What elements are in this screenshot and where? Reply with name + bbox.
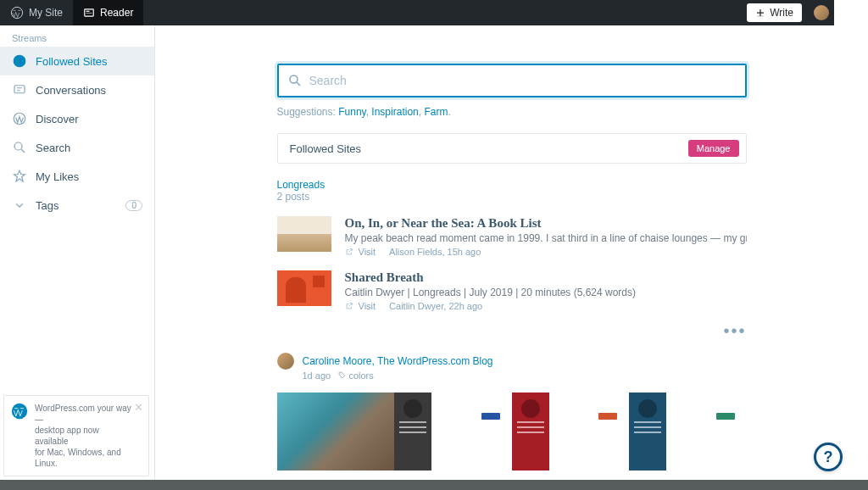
- check-circle-icon: [12, 53, 27, 69]
- sidebar-item-tags[interactable]: Tags 0: [0, 191, 154, 220]
- post-title: Shared Breath: [345, 270, 747, 285]
- close-icon[interactable]: ✕: [134, 401, 143, 415]
- topbar-my-site[interactable]: My Site: [0, 0, 73, 25]
- search-suggestions: Suggestions: Funny, Inspiration, Farm.: [277, 106, 747, 118]
- suggestion-link[interactable]: Farm: [424, 106, 448, 118]
- user-avatar[interactable]: [814, 5, 829, 20]
- post-row[interactable]: On, In, or Near the Sea: A Book List My …: [277, 216, 747, 257]
- my-site-label: My Site: [29, 7, 63, 19]
- star-icon: [12, 169, 27, 184]
- svg-point-0: [11, 7, 22, 18]
- sidebar-item-search[interactable]: Search: [0, 133, 154, 162]
- content-area: Suggestions: Funny, Inspiration, Farm. F…: [155, 25, 868, 490]
- write-icon: [755, 8, 765, 18]
- post-title: On, In, or Near the Sea: A Book List: [345, 216, 747, 231]
- svg-rect-3: [86, 13, 92, 14]
- wordpress-outline-icon: [12, 111, 27, 126]
- search-input[interactable]: [309, 74, 737, 87]
- sidebar-header: Streams: [0, 25, 154, 47]
- tag-icon: [338, 371, 346, 379]
- post-author-time: Caitlin Dwyer, 22h ago: [389, 301, 482, 311]
- author-avatar[interactable]: [277, 353, 294, 370]
- followed-sites-card: Followed Sites Manage: [277, 133, 747, 164]
- sidebar-label: Search: [36, 142, 70, 154]
- svg-point-8: [290, 75, 298, 83]
- svg-point-6: [14, 113, 25, 125]
- blog-post: Caroline Moore, The WordPress.com Blog 1…: [277, 353, 747, 490]
- blog-feature-image: [277, 393, 747, 471]
- blog-tag[interactable]: colors: [348, 370, 373, 381]
- sidebar-label: Followed Sites: [36, 55, 108, 68]
- post-thumbnail: [277, 216, 331, 252]
- sidebar-item-followed[interactable]: Followed Sites: [0, 47, 154, 75]
- post-excerpt: Caitlin Dwyer | Longreads | July 2019 | …: [345, 287, 747, 298]
- bottom-bar: [0, 480, 868, 490]
- svg-point-7: [14, 142, 22, 150]
- manage-button[interactable]: Manage: [688, 140, 739, 157]
- chat-icon: [12, 82, 27, 97]
- topbar: My Site Reader Write: [0, 0, 868, 25]
- desktop-app-promo: WordPress.com your way — desktop app now…: [3, 395, 149, 476]
- svg-rect-2: [86, 11, 90, 12]
- search-icon: [287, 73, 303, 88]
- search-icon: [12, 140, 27, 155]
- post-thumbnail: [277, 270, 331, 306]
- svg-point-9: [341, 373, 342, 374]
- sidebar-label: Discover: [36, 113, 79, 125]
- sidebar-item-discover[interactable]: Discover: [0, 104, 154, 133]
- post-author-time: Alison Fields, 15h ago: [389, 247, 481, 257]
- post-row[interactable]: Shared Breath Caitlin Dwyer | Longreads …: [277, 270, 747, 311]
- followed-title: Followed Sites: [290, 142, 362, 155]
- chevron-down-icon: [12, 198, 27, 213]
- suggestion-link[interactable]: Inspiration: [371, 106, 418, 118]
- topbar-reader[interactable]: Reader: [73, 0, 143, 25]
- wordpress-icon: [10, 6, 24, 19]
- sidebar-label: Conversations: [36, 84, 106, 97]
- reader-icon: [83, 7, 95, 19]
- site-link[interactable]: Longreads: [277, 179, 747, 191]
- visit-link[interactable]: Visit: [359, 301, 376, 311]
- help-button[interactable]: ?: [814, 443, 843, 471]
- author-link[interactable]: Caroline Moore, The WordPress.com Blog: [303, 355, 493, 367]
- write-button[interactable]: Write: [747, 3, 802, 22]
- sidebar-item-likes[interactable]: My Likes: [0, 162, 154, 191]
- visit-link[interactable]: Visit: [359, 247, 376, 257]
- blog-time: 1d ago: [303, 370, 331, 381]
- external-link-icon: [345, 302, 353, 310]
- tag-count-badge: 0: [125, 200, 142, 211]
- svg-rect-5: [14, 86, 25, 93]
- suggestion-link[interactable]: Funny: [338, 106, 365, 118]
- external-link-icon: [345, 248, 353, 256]
- wordpress-icon: [11, 403, 28, 420]
- sidebar-item-conversations[interactable]: Conversations: [0, 75, 154, 104]
- reader-label: Reader: [100, 7, 133, 19]
- write-label: Write: [770, 7, 793, 19]
- sidebar-label: My Likes: [36, 170, 79, 183]
- sidebar-label: Tags: [36, 199, 58, 212]
- search-box[interactable]: [277, 64, 747, 97]
- more-options-icon[interactable]: •••: [277, 321, 747, 341]
- post-excerpt: My peak beach read moment came in 1999. …: [345, 232, 747, 244]
- post-count: 2 posts: [277, 191, 747, 203]
